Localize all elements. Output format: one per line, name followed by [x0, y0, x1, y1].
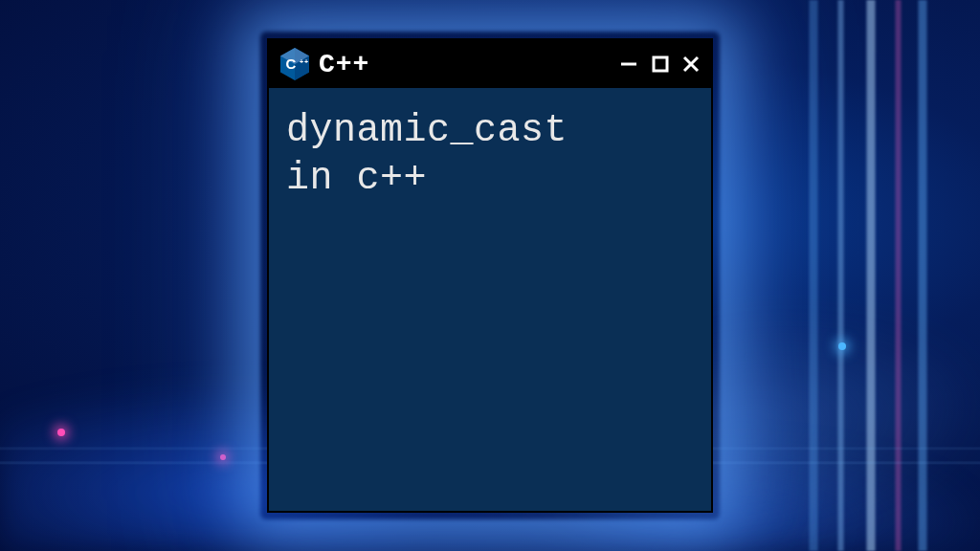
cpp-logo-icon: C + +	[280, 48, 309, 80]
bg-glow-dot	[57, 429, 65, 436]
terminal-window: C + + C++ dynamic_cast in c++	[267, 38, 713, 513]
minimize-button[interactable]	[619, 55, 638, 74]
svg-text:+: +	[300, 58, 303, 65]
maximize-button[interactable]	[652, 55, 669, 73]
titlebar[interactable]: C + + C++	[269, 40, 711, 88]
bg-glow-dot	[838, 342, 846, 350]
terminal-body: dynamic_cast in c++	[269, 88, 711, 511]
svg-rect-7	[654, 57, 667, 71]
close-button[interactable]	[682, 55, 700, 73]
window-controls	[619, 55, 700, 74]
bg-glow-dot	[220, 454, 226, 460]
content-line-1: dynamic_cast	[286, 107, 694, 155]
svg-text:+: +	[304, 58, 308, 65]
content-line-2: in c++	[286, 155, 694, 203]
svg-text:C: C	[286, 55, 297, 72]
window-title: C++	[319, 50, 610, 79]
